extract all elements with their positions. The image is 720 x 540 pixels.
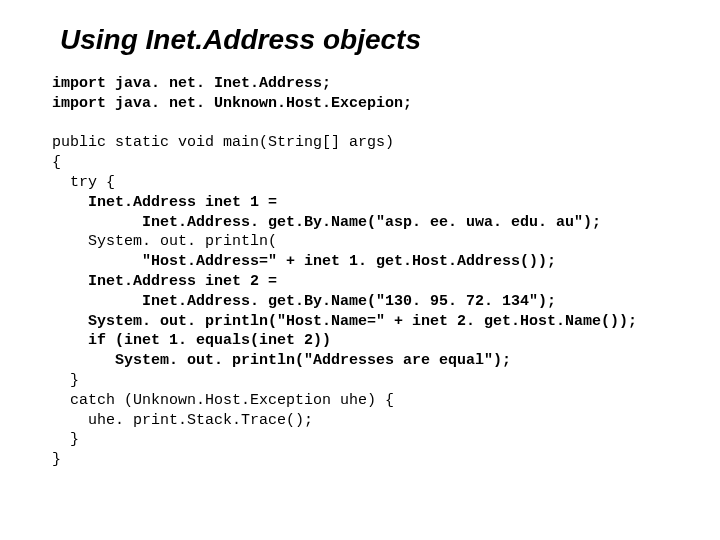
code-line: Inet.Address inet 1 =	[52, 194, 277, 211]
code-line: uhe. print.Stack.Trace();	[52, 412, 313, 429]
code-line: import java. net. Inet.Address;	[52, 75, 331, 92]
code-line: System. out. println("Addresses are equa…	[52, 352, 511, 369]
code-line: try {	[52, 174, 115, 191]
slide-title: Using Inet.Address objects	[60, 24, 680, 56]
code-line: if (inet 1. equals(inet 2))	[52, 332, 331, 349]
code-line: }	[52, 372, 79, 389]
code-line: "Host.Address=" + inet 1. get.Host.Addre…	[52, 253, 556, 270]
code-line: System. out. println(	[52, 233, 277, 250]
slide: Using Inet.Address objects import java. …	[0, 0, 720, 540]
code-line: import java. net. Unknown.Host.Excepion;	[52, 95, 412, 112]
code-line: }	[52, 431, 79, 448]
code-block: import java. net. Inet.Address; import j…	[52, 74, 680, 470]
code-line: catch (Unknown.Host.Exception uhe) {	[52, 392, 394, 409]
code-line: public static void main(String[] args)	[52, 134, 394, 151]
code-line: }	[52, 451, 61, 468]
code-line: Inet.Address. get.By.Name("130. 95. 72. …	[52, 293, 556, 310]
code-line: {	[52, 154, 61, 171]
code-line: System. out. println("Host.Name=" + inet…	[52, 313, 637, 330]
code-line: Inet.Address inet 2 =	[52, 273, 277, 290]
code-line: Inet.Address. get.By.Name("asp. ee. uwa.…	[52, 214, 601, 231]
